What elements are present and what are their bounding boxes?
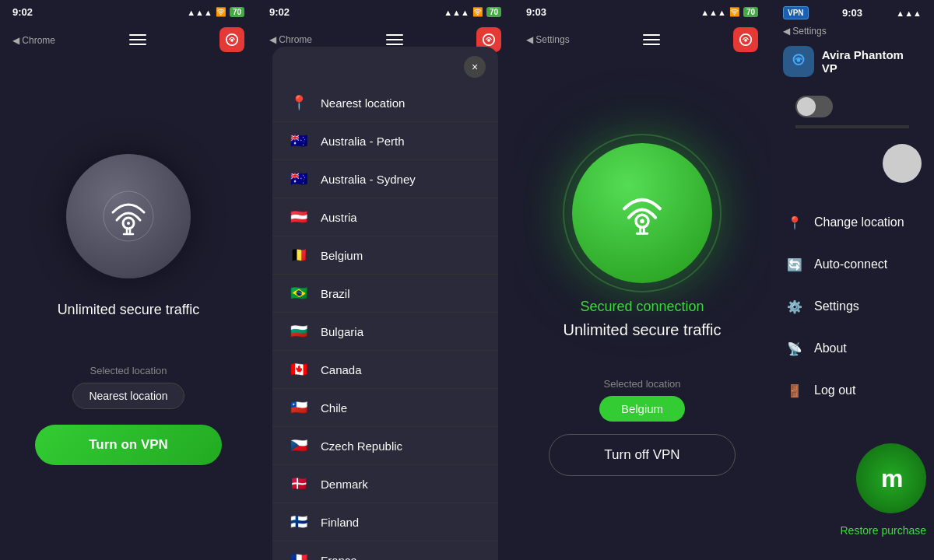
- progress-bar-area: [795, 125, 909, 128]
- dropdown-header: ×: [272, 47, 498, 84]
- location-name-text: Australia - Sydney: [321, 173, 416, 186]
- signal-icon-2: ▲▲▲: [444, 8, 469, 17]
- location-icon: 📍: [786, 214, 803, 231]
- location-list-item[interactable]: 🇨🇦Canada: [272, 351, 498, 389]
- location-list-item[interactable]: 🇨🇱Chile: [272, 389, 498, 427]
- location-dropdown: × 📍Nearest location🇦🇺Australia - Perth🇦🇺…: [272, 47, 498, 560]
- time-2: 9:02: [269, 6, 290, 18]
- status-bar-4: VPN 9:03 ▲▲▲: [771, 0, 934, 23]
- turn-off-vpn-button[interactable]: Turn off VPN: [549, 434, 736, 476]
- hamburger-menu-3[interactable]: [643, 34, 660, 45]
- location-name-text: Belgium: [321, 249, 363, 262]
- location-list-item[interactable]: 🇧🇪Belgium: [272, 236, 498, 275]
- status-bar-2: 9:02 ▲▲▲ 🛜 70: [257, 0, 514, 21]
- menu-item-auto-connect[interactable]: 🔄Auto-connect: [771, 243, 934, 285]
- svg-point-6: [487, 39, 490, 42]
- unlimited-traffic-text-3: Unlimited secure traffic: [563, 321, 721, 339]
- restore-section: m Restore purchase: [809, 420, 934, 560]
- screen-4-menu: VPN 9:03 ▲▲▲ ◀ Settings Avira Phantom VP…: [771, 0, 934, 560]
- toggle-switch-area: [771, 83, 934, 144]
- location-flag: 🇫🇷: [288, 552, 310, 560]
- menu-item-label: Auto-connect: [814, 257, 887, 271]
- toggle-switch[interactable]: [795, 96, 833, 117]
- location-list-item[interactable]: 🇩🇰Denmark: [272, 465, 498, 503]
- autoconnect-icon: 🔄: [786, 256, 803, 273]
- close-dropdown-button[interactable]: ×: [464, 56, 486, 78]
- location-list-item[interactable]: 🇦🇺Australia - Sydney: [272, 160, 498, 198]
- location-flag: 🇦🇺: [288, 171, 310, 187]
- screen-3-connected: 9:03 ▲▲▲ 🛜 70 ◀ Settings Secured connect…: [514, 0, 771, 560]
- location-name-text: Australia - Perth: [321, 135, 405, 148]
- location-flag: 🇫🇮: [288, 514, 310, 530]
- app-title-area: Avira Phantom VP: [822, 48, 922, 75]
- svg-point-9: [636, 215, 648, 227]
- signal-icon-3: ▲▲▲: [700, 8, 726, 17]
- toggle-row: Avira Phantom VP: [771, 40, 934, 83]
- location-list-item[interactable]: 🇧🇷Brazil: [272, 275, 498, 313]
- menu-item-about[interactable]: 📡About: [771, 327, 934, 369]
- location-name-text: Denmark: [321, 478, 368, 491]
- logout-icon: 🚪: [786, 382, 803, 399]
- location-flag: 🇩🇰: [288, 476, 310, 492]
- location-name-text: Brazil: [321, 287, 350, 300]
- location-list-item[interactable]: 🇧🇬Bulgaria: [272, 313, 498, 351]
- location-flag: 📍: [288, 95, 310, 110]
- wifi-icon-3: 🛜: [729, 7, 740, 17]
- location-name-text: Finland: [321, 516, 359, 529]
- location-name-text: Canada: [321, 363, 362, 376]
- wifi-icon-2: 🛜: [472, 7, 483, 17]
- screen3-main-content: Secured connection Unlimited secure traf…: [514, 58, 771, 560]
- menu-item-change-location[interactable]: 📍Change location: [771, 201, 934, 243]
- nav-bar-1: ◀ Chrome: [0, 21, 257, 58]
- battery-1: 70: [230, 7, 244, 17]
- status-bar-3: 9:03 ▲▲▲ 🛜 70: [514, 0, 771, 21]
- location-flag: 🇦🇹: [288, 209, 310, 225]
- location-list-item[interactable]: 🇨🇿Czech Republic: [272, 427, 498, 465]
- location-list-item[interactable]: 🇫🇷France: [272, 541, 498, 560]
- vpn-circle-connected: [572, 143, 712, 283]
- back-label-4: ◀ Settings: [771, 23, 934, 40]
- location-list: 📍Nearest location🇦🇺Australia - Perth🇦🇺Au…: [272, 84, 498, 560]
- avira-app-icon: [783, 46, 814, 77]
- selected-location-badge-3[interactable]: Belgium: [599, 396, 685, 422]
- hamburger-menu-1[interactable]: [129, 34, 146, 45]
- time-3: 9:03: [526, 6, 546, 18]
- location-list-item[interactable]: 📍Nearest location: [272, 84, 498, 122]
- selected-location-label-3: Selected location: [603, 378, 680, 390]
- restore-purchase-button[interactable]: Restore purchase: [840, 524, 926, 537]
- wifi-icon: 🛜: [216, 7, 226, 17]
- location-name-text: Austria: [321, 211, 357, 224]
- location-flag: 🇨🇱: [288, 400, 310, 415]
- location-flag: 🇦🇺: [288, 133, 310, 149]
- location-flag: 🇧🇬: [288, 324, 310, 339]
- location-list-item[interactable]: 🇦🇺Australia - Perth: [272, 122, 498, 160]
- status-icons-4: ▲▲▲: [896, 9, 922, 18]
- status-icons-1: ▲▲▲ 🛜 70: [187, 7, 244, 17]
- menu-item-label: Change location: [814, 215, 904, 229]
- back-label-3: ◀ Settings: [526, 34, 570, 45]
- battery-3: 70: [743, 7, 758, 17]
- screen1-main-content: Unlimited secure traffic Selected locati…: [0, 58, 257, 560]
- location-list-item[interactable]: 🇫🇮Finland: [272, 503, 498, 541]
- menu-item-settings[interactable]: ⚙️Settings: [771, 285, 934, 327]
- hamburger-menu-2[interactable]: [386, 34, 403, 45]
- nearest-location-badge-1[interactable]: Nearest location: [72, 383, 184, 409]
- battery-2: 70: [486, 7, 501, 17]
- location-name-text: Czech Republic: [321, 439, 402, 453]
- time-1: 9:02: [12, 6, 33, 18]
- secured-connection-text: Secured connection: [580, 299, 704, 315]
- menu-item-log-out[interactable]: 🚪Log out: [771, 369, 934, 411]
- status-icons-3: ▲▲▲ 🛜 70: [700, 7, 758, 17]
- location-flag: 🇧🇷: [288, 285, 310, 301]
- screen-1-vpn-home: 9:02 ▲▲▲ 🛜 70 ◀ Chrome Unli: [0, 0, 257, 560]
- progress-bar: [795, 125, 909, 128]
- unlimited-traffic-text: Unlimited secure traffic: [58, 302, 200, 318]
- turn-on-vpn-button[interactable]: Turn on VPN: [35, 425, 222, 465]
- svg-point-8: [744, 39, 747, 42]
- menu-item-label: Settings: [814, 299, 859, 313]
- menu-item-label: About: [814, 341, 847, 355]
- svg-point-10: [640, 219, 644, 223]
- svg-text:m: m: [881, 464, 903, 492]
- svg-point-1: [230, 39, 234, 42]
- location-list-item[interactable]: 🇦🇹Austria: [272, 198, 498, 236]
